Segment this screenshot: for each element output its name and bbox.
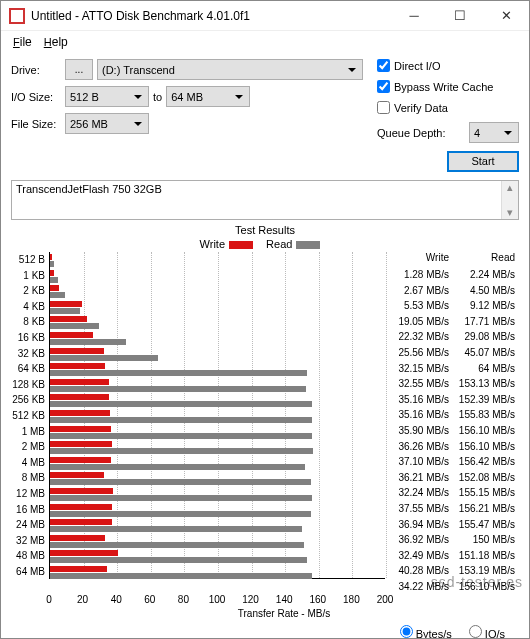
bytes-radio[interactable] — [400, 625, 413, 638]
read-bar — [50, 464, 305, 470]
controls-panel: Drive: ... (D:) Transcend I/O Size: 512 … — [1, 53, 529, 176]
verify-checkbox[interactable] — [377, 101, 390, 114]
cell-write: 1.28 MB/s — [387, 267, 453, 283]
cell-write: 25.56 MB/s — [387, 345, 453, 361]
y-label: 128 KB — [11, 377, 45, 393]
maximize-button[interactable]: ☐ — [437, 1, 483, 31]
write-bar — [50, 441, 112, 447]
legend-write-swatch — [229, 241, 253, 249]
titlebar: Untitled - ATTO Disk Benchmark 4.01.0f1 … — [1, 1, 529, 31]
cell-write: 32.49 MB/s — [387, 548, 453, 564]
read-bar — [50, 417, 312, 423]
window-title: Untitled - ATTO Disk Benchmark 4.01.0f1 — [31, 9, 391, 23]
verify-label: Verify Data — [394, 102, 448, 114]
read-bar — [50, 495, 312, 501]
direct-io-checkbox[interactable] — [377, 59, 390, 72]
cell-read: 156.42 MB/s — [453, 454, 519, 470]
queue-combo[interactable]: 4 — [469, 122, 519, 143]
table-row: 36.92 MB/s150 MB/s — [387, 532, 519, 548]
read-bar — [50, 511, 311, 517]
results-table: Write Read 1.28 MB/s2.24 MB/s2.67 MB/s4.… — [387, 252, 519, 594]
y-label: 512 KB — [11, 408, 45, 424]
device-textarea[interactable]: TranscendJetFlash 750 32GB ▴▾ — [11, 180, 519, 220]
start-button[interactable]: Start — [447, 151, 519, 172]
x-tick: 0 — [46, 594, 52, 605]
chart-x-label: Transfer Rate - MB/s — [49, 608, 519, 619]
cell-read: 152.08 MB/s — [453, 470, 519, 486]
bar-row — [50, 314, 385, 330]
table-row: 34.22 MB/s156.10 MB/s — [387, 579, 519, 595]
y-label: 4 KB — [11, 299, 45, 315]
read-bar — [50, 433, 312, 439]
x-tick: 40 — [111, 594, 122, 605]
cell-write: 35.16 MB/s — [387, 407, 453, 423]
bar-row — [50, 564, 385, 580]
bypass-checkbox[interactable] — [377, 80, 390, 93]
write-bar — [50, 504, 112, 510]
write-bar — [50, 316, 87, 322]
drive-browse-button[interactable]: ... — [65, 59, 93, 80]
drive-combo[interactable]: (D:) Transcend — [97, 59, 363, 80]
close-button[interactable]: ✕ — [483, 1, 529, 31]
bar-row — [50, 392, 385, 408]
read-bar — [50, 277, 58, 283]
write-bar — [50, 363, 105, 369]
read-bar — [50, 339, 126, 345]
direct-io-label: Direct I/O — [394, 60, 440, 72]
y-label: 16 MB — [11, 502, 45, 518]
ios-radio[interactable] — [469, 625, 482, 638]
table-row: 37.55 MB/s156.21 MB/s — [387, 501, 519, 517]
table-row: 36.26 MB/s156.10 MB/s — [387, 439, 519, 455]
read-bar — [50, 526, 302, 532]
iosize-from-combo[interactable]: 512 B — [65, 86, 149, 107]
y-label: 1 MB — [11, 424, 45, 440]
cell-write: 40.28 MB/s — [387, 563, 453, 579]
unit-radios: Bytes/s IO/s — [11, 619, 519, 639]
cell-write: 32.55 MB/s — [387, 376, 453, 392]
table-row: 1.28 MB/s2.24 MB/s — [387, 267, 519, 283]
y-label: 64 MB — [11, 564, 45, 580]
menu-file[interactable]: File — [9, 33, 36, 51]
cell-read: 153.13 MB/s — [453, 376, 519, 392]
write-bar — [50, 394, 109, 400]
write-bar — [50, 472, 104, 478]
table-row: 35.16 MB/s155.83 MB/s — [387, 407, 519, 423]
to-label: to — [153, 91, 162, 103]
y-label: 32 KB — [11, 346, 45, 362]
col-read: Read — [453, 252, 519, 267]
table-row: 32.55 MB/s153.13 MB/s — [387, 376, 519, 392]
read-bar — [50, 308, 80, 314]
read-bar — [50, 370, 307, 376]
bar-row — [50, 424, 385, 440]
svg-rect-1 — [11, 10, 23, 22]
cell-read: 45.07 MB/s — [453, 345, 519, 361]
cell-read: 9.12 MB/s — [453, 298, 519, 314]
cell-read: 17.71 MB/s — [453, 314, 519, 330]
iosize-to-combo[interactable]: 64 MB — [166, 86, 250, 107]
menu-help[interactable]: Help — [40, 33, 72, 51]
cell-write: 32.15 MB/s — [387, 361, 453, 377]
bar-row — [50, 346, 385, 362]
bar-row — [50, 517, 385, 533]
cell-read: 156.10 MB/s — [453, 579, 519, 595]
read-bar — [50, 479, 311, 485]
textarea-scrollbar[interactable]: ▴▾ — [501, 181, 518, 219]
x-tick: 200 — [377, 594, 394, 605]
y-label: 2 KB — [11, 283, 45, 299]
cell-write: 22.32 MB/s — [387, 329, 453, 345]
y-label: 512 B — [11, 252, 45, 268]
filesize-label: File Size: — [11, 118, 61, 130]
y-label: 2 MB — [11, 439, 45, 455]
filesize-combo[interactable]: 256 MB — [65, 113, 149, 134]
read-bar — [50, 542, 304, 548]
cell-read: 156.10 MB/s — [453, 439, 519, 455]
results-panel: Test Results Write Read 512 B1 KB2 KB4 K… — [11, 224, 519, 639]
minimize-button[interactable]: ─ — [391, 1, 437, 31]
queue-label: Queue Depth: — [377, 127, 465, 139]
y-label: 256 KB — [11, 392, 45, 408]
read-bar — [50, 448, 313, 454]
x-tick: 80 — [178, 594, 189, 605]
write-bar — [50, 488, 113, 494]
io-from-value: 512 B — [70, 91, 99, 103]
table-row: 32.24 MB/s155.15 MB/s — [387, 485, 519, 501]
